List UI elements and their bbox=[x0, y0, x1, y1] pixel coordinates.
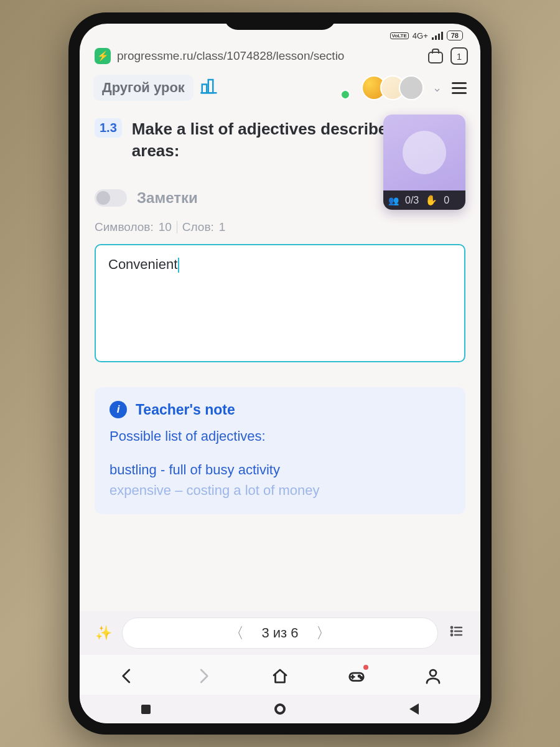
network-label: 4G+ bbox=[413, 31, 428, 40]
android-home-button[interactable] bbox=[274, 703, 286, 715]
separator bbox=[177, 221, 177, 233]
chevron-down-icon[interactable]: ⌄ bbox=[430, 81, 444, 95]
signal-icon bbox=[432, 32, 443, 40]
answer-text: Convenient bbox=[108, 256, 177, 272]
android-nav-bar bbox=[80, 695, 480, 723]
lesson-content: 👥 0/3 ✋ 0 1.3 Make a list of adjectives … bbox=[80, 107, 480, 611]
svg-point-11 bbox=[360, 677, 362, 679]
android-back-button[interactable] bbox=[409, 703, 419, 715]
buildings-icon[interactable] bbox=[200, 77, 218, 100]
prev-section-button[interactable]: 〈 bbox=[224, 623, 249, 643]
browser-profile-button[interactable] bbox=[419, 664, 447, 688]
teacher-note-body: bustling - full of busy activity expensi… bbox=[110, 459, 450, 500]
raised-hand-count: 0 bbox=[444, 195, 449, 206]
teacher-note-title: Teacher's note bbox=[136, 402, 235, 418]
teacher-note-panel: i Teacher's note Possible list of adject… bbox=[95, 387, 465, 514]
notes-toggle[interactable] bbox=[95, 189, 127, 207]
section-pager: 〈 3 из 6 〉 bbox=[122, 618, 438, 649]
svg-point-7 bbox=[451, 634, 452, 636]
svg-rect-1 bbox=[208, 80, 213, 93]
pager-text: 3 из 6 bbox=[261, 625, 298, 641]
browser-games-button[interactable] bbox=[342, 664, 371, 688]
character-word-counter: Символов: 10 Слов: 1 bbox=[95, 220, 465, 234]
avatar[interactable] bbox=[399, 75, 424, 100]
words-value: 1 bbox=[219, 220, 226, 234]
browser-forward-button[interactable] bbox=[189, 664, 218, 688]
participants-avatars[interactable] bbox=[368, 75, 424, 100]
app-header: Другой урок ⌄ bbox=[80, 68, 480, 107]
info-icon: i bbox=[110, 401, 127, 418]
svg-point-10 bbox=[358, 675, 360, 677]
svg-point-5 bbox=[451, 631, 452, 632]
answer-textarea[interactable]: Convenient bbox=[95, 244, 465, 362]
svg-point-3 bbox=[451, 627, 452, 628]
browser-back-button[interactable] bbox=[113, 664, 141, 688]
browser-bottom-bar bbox=[80, 655, 480, 695]
hamburger-menu-button[interactable] bbox=[450, 78, 468, 98]
note-line: expensive – costing a lot of money bbox=[110, 480, 450, 500]
battery-indicator: 78 bbox=[447, 31, 463, 40]
hand-icon: ✋ bbox=[425, 194, 437, 206]
notification-dot-icon bbox=[363, 665, 368, 670]
list-icon[interactable] bbox=[444, 624, 469, 642]
browser-address-bar[interactable]: ⚡ progressme.ru/class/1074828/lesson/sec… bbox=[80, 45, 480, 68]
video-status-bar: 👥 0/3 ✋ 0 bbox=[383, 190, 465, 210]
magic-wand-icon[interactable]: ✨ bbox=[91, 625, 116, 641]
note-line: bustling - full of busy activity bbox=[110, 459, 450, 480]
text-cursor bbox=[178, 258, 179, 273]
avatar-placeholder-icon bbox=[403, 131, 446, 174]
words-label: Слов: bbox=[182, 220, 214, 234]
tab-count-button[interactable]: 1 bbox=[450, 47, 468, 65]
notes-label: Заметки bbox=[137, 189, 198, 207]
briefcase-icon[interactable] bbox=[427, 49, 444, 63]
android-recents-button[interactable] bbox=[141, 705, 151, 714]
volte-icon: VoLTE bbox=[390, 32, 409, 39]
svg-rect-0 bbox=[202, 84, 207, 93]
phone-frame: VoLTE 4G+ 78 ⚡ progressme.ru/class/10748… bbox=[68, 12, 492, 735]
video-widget[interactable]: 👥 0/3 ✋ 0 bbox=[383, 115, 465, 210]
participant-count: 0/3 bbox=[405, 195, 419, 206]
chars-label: Символов: bbox=[95, 220, 154, 234]
teacher-note-subtitle: Possible list of adjectives: bbox=[110, 428, 450, 444]
other-lesson-button[interactable]: Другой урок bbox=[93, 75, 194, 101]
svg-point-14 bbox=[430, 670, 436, 676]
pager-bar: ✨ 〈 3 из 6 〉 bbox=[80, 611, 480, 655]
site-security-icon[interactable]: ⚡ bbox=[95, 48, 111, 64]
people-icon: 👥 bbox=[388, 195, 399, 205]
next-section-button[interactable]: 〉 bbox=[311, 623, 336, 643]
screen: VoLTE 4G+ 78 ⚡ progressme.ru/class/10748… bbox=[80, 24, 480, 723]
phone-notch bbox=[224, 12, 336, 30]
chars-value: 10 bbox=[159, 220, 172, 234]
url-text[interactable]: progressme.ru/class/1074828/lesson/secti… bbox=[117, 49, 421, 63]
task-number-badge: 1.3 bbox=[95, 118, 122, 138]
browser-home-button[interactable] bbox=[266, 664, 294, 688]
online-badge-icon bbox=[340, 90, 350, 100]
video-preview[interactable] bbox=[383, 115, 465, 190]
